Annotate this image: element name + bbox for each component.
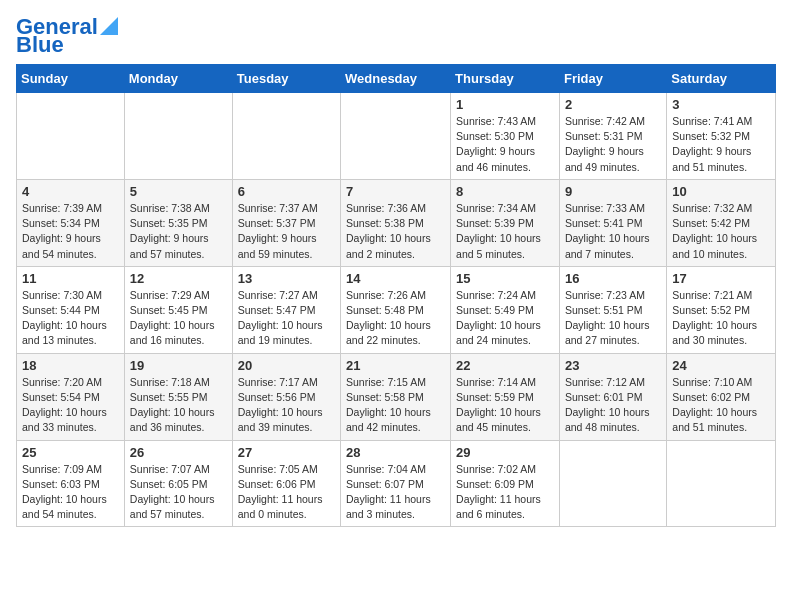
week-row-0: 1Sunrise: 7:43 AM Sunset: 5:30 PM Daylig… [17, 93, 776, 180]
day-number: 23 [565, 358, 661, 373]
day-number: 9 [565, 184, 661, 199]
calendar-cell: 28Sunrise: 7:04 AM Sunset: 6:07 PM Dayli… [341, 440, 451, 527]
calendar-cell: 20Sunrise: 7:17 AM Sunset: 5:56 PM Dayli… [232, 353, 340, 440]
calendar-cell: 22Sunrise: 7:14 AM Sunset: 5:59 PM Dayli… [451, 353, 560, 440]
day-info: Sunrise: 7:07 AM Sunset: 6:05 PM Dayligh… [130, 462, 227, 523]
day-info: Sunrise: 7:37 AM Sunset: 5:37 PM Dayligh… [238, 201, 335, 262]
day-info: Sunrise: 7:34 AM Sunset: 5:39 PM Dayligh… [456, 201, 554, 262]
day-info: Sunrise: 7:26 AM Sunset: 5:48 PM Dayligh… [346, 288, 445, 349]
day-info: Sunrise: 7:29 AM Sunset: 5:45 PM Dayligh… [130, 288, 227, 349]
day-info: Sunrise: 7:43 AM Sunset: 5:30 PM Dayligh… [456, 114, 554, 175]
calendar-cell: 18Sunrise: 7:20 AM Sunset: 5:54 PM Dayli… [17, 353, 125, 440]
day-info: Sunrise: 7:32 AM Sunset: 5:42 PM Dayligh… [672, 201, 770, 262]
calendar-cell: 10Sunrise: 7:32 AM Sunset: 5:42 PM Dayli… [667, 179, 776, 266]
week-row-2: 11Sunrise: 7:30 AM Sunset: 5:44 PM Dayli… [17, 266, 776, 353]
calendar-cell: 13Sunrise: 7:27 AM Sunset: 5:47 PM Dayli… [232, 266, 340, 353]
day-number: 4 [22, 184, 119, 199]
day-info: Sunrise: 7:24 AM Sunset: 5:49 PM Dayligh… [456, 288, 554, 349]
day-number: 6 [238, 184, 335, 199]
day-info: Sunrise: 7:20 AM Sunset: 5:54 PM Dayligh… [22, 375, 119, 436]
day-info: Sunrise: 7:41 AM Sunset: 5:32 PM Dayligh… [672, 114, 770, 175]
day-info: Sunrise: 7:12 AM Sunset: 6:01 PM Dayligh… [565, 375, 661, 436]
day-number: 14 [346, 271, 445, 286]
header-saturday: Saturday [667, 65, 776, 93]
day-number: 21 [346, 358, 445, 373]
day-number: 25 [22, 445, 119, 460]
day-number: 12 [130, 271, 227, 286]
header-wednesday: Wednesday [341, 65, 451, 93]
day-number: 1 [456, 97, 554, 112]
day-number: 13 [238, 271, 335, 286]
calendar-cell: 5Sunrise: 7:38 AM Sunset: 5:35 PM Daylig… [124, 179, 232, 266]
day-number: 22 [456, 358, 554, 373]
day-number: 20 [238, 358, 335, 373]
week-row-4: 25Sunrise: 7:09 AM Sunset: 6:03 PM Dayli… [17, 440, 776, 527]
day-info: Sunrise: 7:18 AM Sunset: 5:55 PM Dayligh… [130, 375, 227, 436]
day-number: 24 [672, 358, 770, 373]
calendar-cell [232, 93, 340, 180]
calendar-cell: 23Sunrise: 7:12 AM Sunset: 6:01 PM Dayli… [559, 353, 666, 440]
calendar-cell: 19Sunrise: 7:18 AM Sunset: 5:55 PM Dayli… [124, 353, 232, 440]
calendar-cell: 9Sunrise: 7:33 AM Sunset: 5:41 PM Daylig… [559, 179, 666, 266]
calendar-cell: 21Sunrise: 7:15 AM Sunset: 5:58 PM Dayli… [341, 353, 451, 440]
calendar-cell: 8Sunrise: 7:34 AM Sunset: 5:39 PM Daylig… [451, 179, 560, 266]
calendar-cell: 15Sunrise: 7:24 AM Sunset: 5:49 PM Dayli… [451, 266, 560, 353]
day-info: Sunrise: 7:38 AM Sunset: 5:35 PM Dayligh… [130, 201, 227, 262]
calendar-cell [559, 440, 666, 527]
day-number: 8 [456, 184, 554, 199]
day-info: Sunrise: 7:21 AM Sunset: 5:52 PM Dayligh… [672, 288, 770, 349]
day-number: 3 [672, 97, 770, 112]
header-tuesday: Tuesday [232, 65, 340, 93]
calendar-cell: 6Sunrise: 7:37 AM Sunset: 5:37 PM Daylig… [232, 179, 340, 266]
calendar-cell [17, 93, 125, 180]
day-info: Sunrise: 7:39 AM Sunset: 5:34 PM Dayligh… [22, 201, 119, 262]
calendar-cell: 7Sunrise: 7:36 AM Sunset: 5:38 PM Daylig… [341, 179, 451, 266]
day-info: Sunrise: 7:15 AM Sunset: 5:58 PM Dayligh… [346, 375, 445, 436]
day-info: Sunrise: 7:02 AM Sunset: 6:09 PM Dayligh… [456, 462, 554, 523]
calendar-cell: 24Sunrise: 7:10 AM Sunset: 6:02 PM Dayli… [667, 353, 776, 440]
calendar-cell: 2Sunrise: 7:42 AM Sunset: 5:31 PM Daylig… [559, 93, 666, 180]
day-number: 26 [130, 445, 227, 460]
day-number: 16 [565, 271, 661, 286]
calendar-cell: 26Sunrise: 7:07 AM Sunset: 6:05 PM Dayli… [124, 440, 232, 527]
calendar-cell: 12Sunrise: 7:29 AM Sunset: 5:45 PM Dayli… [124, 266, 232, 353]
day-info: Sunrise: 7:09 AM Sunset: 6:03 PM Dayligh… [22, 462, 119, 523]
day-number: 28 [346, 445, 445, 460]
week-row-3: 18Sunrise: 7:20 AM Sunset: 5:54 PM Dayli… [17, 353, 776, 440]
day-info: Sunrise: 7:10 AM Sunset: 6:02 PM Dayligh… [672, 375, 770, 436]
day-number: 29 [456, 445, 554, 460]
day-info: Sunrise: 7:30 AM Sunset: 5:44 PM Dayligh… [22, 288, 119, 349]
day-number: 11 [22, 271, 119, 286]
day-info: Sunrise: 7:23 AM Sunset: 5:51 PM Dayligh… [565, 288, 661, 349]
day-number: 18 [22, 358, 119, 373]
header-monday: Monday [124, 65, 232, 93]
day-info: Sunrise: 7:05 AM Sunset: 6:06 PM Dayligh… [238, 462, 335, 523]
page-header: General Blue [16, 16, 776, 56]
calendar-cell: 17Sunrise: 7:21 AM Sunset: 5:52 PM Dayli… [667, 266, 776, 353]
calendar-cell [124, 93, 232, 180]
calendar-table: SundayMondayTuesdayWednesdayThursdayFrid… [16, 64, 776, 527]
day-number: 15 [456, 271, 554, 286]
day-number: 17 [672, 271, 770, 286]
calendar-cell: 25Sunrise: 7:09 AM Sunset: 6:03 PM Dayli… [17, 440, 125, 527]
day-number: 19 [130, 358, 227, 373]
logo-icon [100, 17, 118, 35]
day-number: 27 [238, 445, 335, 460]
calendar-cell: 14Sunrise: 7:26 AM Sunset: 5:48 PM Dayli… [341, 266, 451, 353]
calendar-cell [341, 93, 451, 180]
logo-text-blue: Blue [16, 34, 64, 56]
calendar-header-row: SundayMondayTuesdayWednesdayThursdayFrid… [17, 65, 776, 93]
calendar-cell: 27Sunrise: 7:05 AM Sunset: 6:06 PM Dayli… [232, 440, 340, 527]
calendar-cell: 11Sunrise: 7:30 AM Sunset: 5:44 PM Dayli… [17, 266, 125, 353]
day-info: Sunrise: 7:27 AM Sunset: 5:47 PM Dayligh… [238, 288, 335, 349]
day-info: Sunrise: 7:42 AM Sunset: 5:31 PM Dayligh… [565, 114, 661, 175]
header-sunday: Sunday [17, 65, 125, 93]
day-number: 10 [672, 184, 770, 199]
calendar-cell: 3Sunrise: 7:41 AM Sunset: 5:32 PM Daylig… [667, 93, 776, 180]
day-number: 2 [565, 97, 661, 112]
day-info: Sunrise: 7:17 AM Sunset: 5:56 PM Dayligh… [238, 375, 335, 436]
header-friday: Friday [559, 65, 666, 93]
day-info: Sunrise: 7:04 AM Sunset: 6:07 PM Dayligh… [346, 462, 445, 523]
logo: General Blue [16, 16, 118, 56]
day-number: 7 [346, 184, 445, 199]
